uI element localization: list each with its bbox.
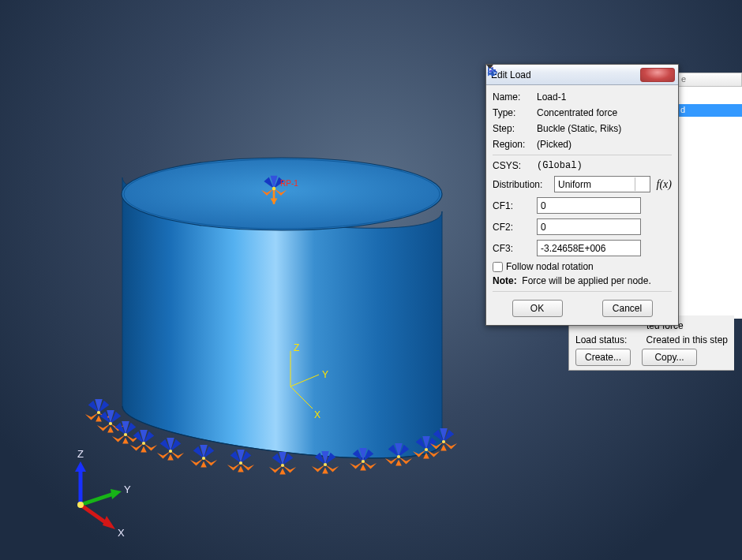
svg-line-26 [81, 505, 107, 524]
region-value: (Picked) [537, 139, 672, 150]
cancel-button[interactable]: Cancel [602, 300, 653, 317]
cf1-label: CF1: [493, 200, 537, 211]
dialog-titlebar[interactable]: Edit Load [486, 65, 678, 85]
name-value: Load-1 [537, 91, 672, 103]
type-value: Concentrated force [537, 107, 672, 118]
cf3-input[interactable] [537, 240, 641, 256]
svg-point-9 [124, 433, 127, 436]
cf2-input[interactable] [537, 218, 641, 235]
svg-point-14 [281, 464, 284, 467]
view-triad: Z Y X [75, 448, 131, 539]
step-value: Buckle (Static, Riks) [537, 123, 672, 134]
svg-point-10 [142, 442, 145, 445]
svg-text:Z: Z [77, 448, 84, 460]
axis-y-label: Y [322, 369, 328, 380]
axis-x-label: X [314, 409, 320, 420]
chevron-down-icon [635, 177, 646, 191]
axis-z-label: Z [294, 342, 299, 353]
svg-text:X: X [118, 527, 125, 539]
cf2-label: CF2: [493, 222, 537, 233]
close-button[interactable] [640, 68, 675, 82]
bc-marker [190, 445, 217, 468]
svg-point-19 [442, 440, 445, 443]
distribution-select[interactable]: Uniform [554, 176, 650, 192]
step-label: Step: [493, 123, 537, 134]
bc-marker [227, 450, 254, 472]
follow-nodal-label: Follow nodal rotation [506, 261, 594, 272]
type-label: Type: [493, 107, 537, 118]
dist-label: Distribution: [493, 179, 554, 190]
svg-point-7 [97, 411, 100, 414]
viewport-3d[interactable]: e d ted force Load status: Created in th… [0, 0, 742, 560]
bc-marker [157, 438, 184, 461]
svg-point-5 [272, 187, 276, 191]
svg-marker-27 [103, 516, 115, 529]
svg-point-11 [169, 450, 172, 453]
svg-text:Y: Y [124, 483, 131, 495]
svg-marker-24 [111, 489, 122, 499]
svg-point-29 [77, 502, 84, 508]
csys-label: CSYS: [493, 160, 537, 171]
dist-value: Uniform [558, 179, 591, 190]
region-label: Region: [493, 139, 537, 150]
svg-point-18 [425, 448, 428, 451]
bc-marker [269, 452, 296, 475]
cf1-input[interactable] [537, 197, 641, 214]
follow-nodal-input[interactable] [493, 262, 503, 272]
svg-marker-21 [75, 461, 86, 472]
svg-point-17 [397, 455, 400, 458]
follow-nodal-checkbox[interactable]: Follow nodal rotation [493, 261, 672, 272]
cf3-label: CF3: [493, 243, 537, 254]
csys-value: (Global) [537, 160, 583, 171]
svg-text:RP-1: RP-1 [280, 179, 298, 188]
svg-point-8 [109, 422, 112, 425]
bc-marker [130, 430, 157, 453]
cylinder-model [122, 158, 442, 458]
name-label: Name: [493, 91, 537, 103]
svg-point-12 [202, 457, 205, 460]
fx-button[interactable]: f(x) [657, 178, 672, 191]
svg-point-16 [362, 460, 365, 463]
edit-load-dialog: Edit Load Name: Load-1 Type: Concentrate… [485, 64, 679, 326]
svg-point-15 [324, 463, 327, 466]
note-text: Note: Force will be applied per node. [493, 275, 672, 286]
svg-point-13 [239, 461, 242, 465]
svg-line-23 [81, 494, 114, 505]
dialog-title: Edit Load [491, 69, 640, 80]
bc-marker [112, 421, 139, 444]
ok-button[interactable]: OK [512, 300, 563, 317]
